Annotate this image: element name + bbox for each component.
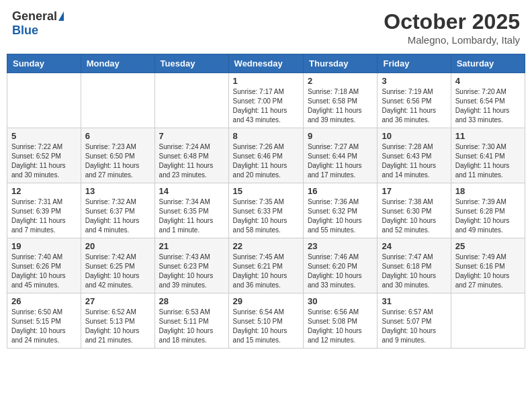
day-number: 16 — [308, 186, 373, 196]
day-info: Sunrise: 7:18 AM Sunset: 6:58 PM Dayligh… — [308, 87, 373, 125]
day-info: Sunrise: 6:53 AM Sunset: 5:11 PM Dayligh… — [159, 308, 224, 345]
calendar-cell: 21Sunrise: 7:43 AM Sunset: 6:23 PM Dayli… — [154, 238, 228, 293]
calendar-cell: 4Sunrise: 7:20 AM Sunset: 6:54 PM Daylig… — [451, 73, 525, 128]
day-number: 15 — [233, 186, 299, 196]
calendar-cell: 24Sunrise: 7:47 AM Sunset: 6:18 PM Dayli… — [378, 238, 451, 293]
day-info: Sunrise: 6:50 AM Sunset: 5:15 PM Dayligh… — [11, 308, 77, 345]
location-text: Malegno, Lombardy, Italy — [384, 34, 520, 46]
calendar-cell — [154, 73, 228, 128]
day-number: 24 — [382, 241, 446, 251]
day-info: Sunrise: 7:30 AM Sunset: 6:41 PM Dayligh… — [455, 142, 521, 180]
calendar-cell: 30Sunrise: 6:56 AM Sunset: 5:08 PM Dayli… — [304, 293, 378, 349]
column-header-saturday: Saturday — [451, 54, 525, 73]
calendar-week-row: 19Sunrise: 7:40 AM Sunset: 6:26 PM Dayli… — [7, 238, 525, 293]
month-title: October 2025 — [384, 9, 520, 34]
day-number: 11 — [455, 131, 521, 141]
day-info: Sunrise: 6:52 AM Sunset: 5:13 PM Dayligh… — [85, 308, 150, 345]
calendar-cell: 5Sunrise: 7:22 AM Sunset: 6:52 PM Daylig… — [7, 128, 81, 183]
calendar-cell: 28Sunrise: 6:53 AM Sunset: 5:11 PM Dayli… — [154, 293, 228, 349]
day-number: 19 — [11, 241, 77, 251]
day-info: Sunrise: 7:39 AM Sunset: 6:28 PM Dayligh… — [455, 197, 521, 235]
day-number: 3 — [382, 76, 446, 86]
day-number: 29 — [233, 296, 299, 306]
column-header-thursday: Thursday — [304, 54, 378, 73]
calendar-cell: 16Sunrise: 7:36 AM Sunset: 6:32 PM Dayli… — [304, 183, 378, 238]
page-header: General Blue October 2025 Malegno, Lomba… — [7, 7, 525, 48]
day-number: 31 — [382, 296, 446, 306]
calendar-cell: 7Sunrise: 7:24 AM Sunset: 6:48 PM Daylig… — [154, 128, 228, 183]
day-info: Sunrise: 7:49 AM Sunset: 6:16 PM Dayligh… — [455, 253, 521, 290]
column-header-monday: Monday — [81, 54, 154, 73]
day-info: Sunrise: 7:22 AM Sunset: 6:52 PM Dayligh… — [11, 142, 77, 180]
column-header-sunday: Sunday — [7, 54, 81, 73]
column-header-friday: Friday — [378, 54, 451, 73]
calendar-header-row: SundayMondayTuesdayWednesdayThursdayFrid… — [7, 54, 525, 73]
calendar-cell: 10Sunrise: 7:28 AM Sunset: 6:43 PM Dayli… — [378, 128, 451, 183]
calendar-cell: 22Sunrise: 7:45 AM Sunset: 6:21 PM Dayli… — [228, 238, 303, 293]
column-header-wednesday: Wednesday — [228, 54, 303, 73]
calendar-cell: 23Sunrise: 7:46 AM Sunset: 6:20 PM Dayli… — [304, 238, 378, 293]
day-number: 14 — [159, 186, 224, 196]
calendar-cell: 12Sunrise: 7:31 AM Sunset: 6:39 PM Dayli… — [7, 183, 81, 238]
calendar-cell — [451, 293, 525, 349]
day-number: 18 — [455, 186, 521, 196]
day-number: 4 — [455, 76, 521, 86]
day-number: 13 — [85, 186, 150, 196]
calendar-cell: 25Sunrise: 7:49 AM Sunset: 6:16 PM Dayli… — [451, 238, 525, 293]
calendar-cell: 17Sunrise: 7:38 AM Sunset: 6:30 PM Dayli… — [378, 183, 451, 238]
calendar-week-row: 26Sunrise: 6:50 AM Sunset: 5:15 PM Dayli… — [7, 293, 525, 349]
calendar-cell: 27Sunrise: 6:52 AM Sunset: 5:13 PM Dayli… — [81, 293, 154, 349]
day-info: Sunrise: 7:34 AM Sunset: 6:35 PM Dayligh… — [159, 197, 224, 235]
day-number: 23 — [308, 241, 373, 251]
column-header-tuesday: Tuesday — [154, 54, 228, 73]
day-number: 6 — [85, 131, 150, 141]
calendar-cell: 9Sunrise: 7:27 AM Sunset: 6:44 PM Daylig… — [304, 128, 378, 183]
day-info: Sunrise: 7:17 AM Sunset: 7:00 PM Dayligh… — [233, 87, 299, 125]
calendar-cell: 14Sunrise: 7:34 AM Sunset: 6:35 PM Dayli… — [154, 183, 228, 238]
calendar-cell — [81, 73, 154, 128]
day-info: Sunrise: 7:45 AM Sunset: 6:21 PM Dayligh… — [233, 253, 299, 290]
day-info: Sunrise: 7:24 AM Sunset: 6:48 PM Dayligh… — [159, 142, 224, 180]
day-number: 26 — [11, 296, 77, 306]
calendar-week-row: 1Sunrise: 7:17 AM Sunset: 7:00 PM Daylig… — [7, 73, 525, 128]
day-number: 20 — [85, 241, 150, 251]
day-info: Sunrise: 7:27 AM Sunset: 6:44 PM Dayligh… — [308, 142, 373, 180]
day-info: Sunrise: 7:31 AM Sunset: 6:39 PM Dayligh… — [11, 197, 77, 235]
day-info: Sunrise: 7:38 AM Sunset: 6:30 PM Dayligh… — [382, 197, 446, 235]
calendar-week-row: 12Sunrise: 7:31 AM Sunset: 6:39 PM Dayli… — [7, 183, 525, 238]
day-info: Sunrise: 6:57 AM Sunset: 5:07 PM Dayligh… — [382, 308, 446, 345]
calendar-cell: 8Sunrise: 7:26 AM Sunset: 6:46 PM Daylig… — [228, 128, 303, 183]
day-number: 30 — [308, 296, 373, 306]
calendar-cell: 29Sunrise: 6:54 AM Sunset: 5:10 PM Dayli… — [228, 293, 303, 349]
day-number: 25 — [455, 241, 521, 251]
calendar-cell: 11Sunrise: 7:30 AM Sunset: 6:41 PM Dayli… — [451, 128, 525, 183]
day-info: Sunrise: 7:46 AM Sunset: 6:20 PM Dayligh… — [308, 253, 373, 290]
logo-triangle-icon — [58, 11, 64, 21]
day-info: Sunrise: 7:42 AM Sunset: 6:25 PM Dayligh… — [85, 253, 150, 290]
day-number: 10 — [382, 131, 446, 141]
day-info: Sunrise: 7:40 AM Sunset: 6:26 PM Dayligh… — [11, 253, 77, 290]
day-info: Sunrise: 7:36 AM Sunset: 6:32 PM Dayligh… — [308, 197, 373, 235]
day-info: Sunrise: 7:26 AM Sunset: 6:46 PM Dayligh… — [233, 142, 299, 180]
day-number: 1 — [233, 76, 299, 86]
day-number: 17 — [382, 186, 446, 196]
day-info: Sunrise: 7:20 AM Sunset: 6:54 PM Dayligh… — [455, 87, 521, 125]
day-number: 12 — [11, 186, 77, 196]
calendar-table: SundayMondayTuesdayWednesdayThursdayFrid… — [7, 54, 525, 349]
day-number: 7 — [159, 131, 224, 141]
calendar-cell: 18Sunrise: 7:39 AM Sunset: 6:28 PM Dayli… — [451, 183, 525, 238]
calendar-cell: 19Sunrise: 7:40 AM Sunset: 6:26 PM Dayli… — [7, 238, 81, 293]
day-number: 28 — [159, 296, 224, 306]
calendar-cell — [7, 73, 81, 128]
day-number: 8 — [233, 131, 299, 141]
day-info: Sunrise: 7:19 AM Sunset: 6:56 PM Dayligh… — [382, 87, 446, 125]
day-info: Sunrise: 7:35 AM Sunset: 6:33 PM Dayligh… — [233, 197, 299, 235]
day-info: Sunrise: 6:54 AM Sunset: 5:10 PM Dayligh… — [233, 308, 299, 345]
day-info: Sunrise: 7:28 AM Sunset: 6:43 PM Dayligh… — [382, 142, 446, 180]
title-block: October 2025 Malegno, Lombardy, Italy — [384, 9, 520, 46]
day-number: 27 — [85, 296, 150, 306]
calendar-week-row: 5Sunrise: 7:22 AM Sunset: 6:52 PM Daylig… — [7, 128, 525, 183]
day-info: Sunrise: 7:47 AM Sunset: 6:18 PM Dayligh… — [382, 253, 446, 290]
day-info: Sunrise: 7:43 AM Sunset: 6:23 PM Dayligh… — [159, 253, 224, 290]
calendar-cell: 2Sunrise: 7:18 AM Sunset: 6:58 PM Daylig… — [304, 73, 378, 128]
